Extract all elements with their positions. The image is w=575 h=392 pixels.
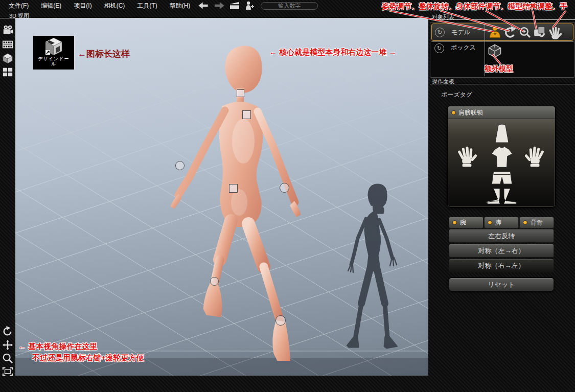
handle-left-wrist[interactable] xyxy=(175,161,185,170)
sync-icon[interactable]: ↻ xyxy=(435,28,445,37)
limb-tabs: 腕 脚 背骨 xyxy=(449,217,554,228)
tab-leg[interactable]: 脚 xyxy=(484,217,519,228)
handle-pelvis[interactable] xyxy=(229,184,238,193)
pose-tag-panel: 肩膀联锁 xyxy=(447,106,556,207)
filmstrip-icon[interactable] xyxy=(2,39,13,50)
menu-file[interactable]: 文件(F) xyxy=(9,2,29,10)
viewport-3d[interactable]: デザインドー ル ←图标长这样 ← 核心就是模型本身和右边这一堆 → ← 基本视… xyxy=(15,18,428,376)
annotation-camera-note-1: ← 基本视角操作在这里 xyxy=(18,342,97,352)
menu-camera[interactable]: 相机(C) xyxy=(104,2,125,10)
handle-left-ankle[interactable] xyxy=(210,277,219,286)
handle-right-wrist[interactable] xyxy=(280,183,289,193)
menu-help[interactable]: 帮助(H) xyxy=(170,2,191,10)
pose-tag-title: 肩膀联锁 xyxy=(458,108,483,117)
object-list-rule xyxy=(430,19,575,20)
menu-project[interactable]: 项目(I) xyxy=(74,2,91,10)
rotate-view-icon[interactable] xyxy=(2,326,13,337)
handle-neck[interactable] xyxy=(237,89,244,97)
operation-panel-rule xyxy=(430,84,575,84)
pose-tag-label: ポーズタグ xyxy=(441,90,472,99)
tab-spine[interactable]: 背骨 xyxy=(519,217,554,228)
rotate-model-tool-icon[interactable] xyxy=(503,26,517,39)
flip-lr-button[interactable]: 左右反转 xyxy=(449,229,554,243)
designdoll-cube-icon xyxy=(43,37,64,56)
mirror-r2l-button[interactable]: 对称（右→左） xyxy=(449,259,554,272)
extra-model-cube-icon[interactable] xyxy=(488,43,502,58)
pose-tag-body xyxy=(448,119,555,207)
desktop-icon-image: デザインドー ル xyxy=(33,36,74,70)
handle-right-ankle[interactable] xyxy=(275,315,286,326)
boots-icon[interactable] xyxy=(481,187,522,206)
movie-camera-icon[interactable] xyxy=(2,25,13,36)
annotation-icon-note: ←图标长这样 xyxy=(78,48,130,60)
annotation-camera-note-2: 不过还是用鼠标右键+滚轮更方便 xyxy=(32,353,144,363)
mirror-l2r-button[interactable]: 对称（左→右） xyxy=(449,244,554,258)
shorts-icon[interactable] xyxy=(491,170,513,186)
cube-view-icon[interactable] xyxy=(2,53,13,64)
object-name: ボックス xyxy=(451,43,482,52)
left-toolbar xyxy=(0,19,15,376)
object-row-model[interactable]: ↻ モデル xyxy=(431,24,573,41)
pose-tag-header[interactable]: 肩膀联锁 xyxy=(448,106,555,119)
undo-arrow-icon[interactable] xyxy=(197,1,210,10)
zoom-view-icon[interactable] xyxy=(2,353,13,364)
pose-tool-icon[interactable] xyxy=(488,26,502,39)
pan-view-icon[interactable] xyxy=(2,339,13,351)
tab-arm-label: 腕 xyxy=(460,218,466,227)
hand-tool-icon[interactable] xyxy=(548,26,562,39)
silhouette-model xyxy=(332,183,428,375)
doll-icon[interactable] xyxy=(244,1,255,11)
handle-chest[interactable] xyxy=(242,110,251,119)
number-input[interactable] xyxy=(261,2,318,10)
tab-spine-label: 背骨 xyxy=(531,218,543,227)
desktop-icon-label-1: デザインドー xyxy=(38,56,69,61)
body-parts-tool-icon[interactable] xyxy=(533,26,546,39)
torso-top-icon[interactable] xyxy=(492,123,512,145)
redo-arrow-icon[interactable] xyxy=(213,1,225,10)
tab-leg-label: 脚 xyxy=(495,218,501,227)
radio-dot-icon xyxy=(523,220,527,225)
reset-button[interactable]: リセット xyxy=(449,278,554,291)
annotation-core-note: ← 核心就是模型本身和右边这一堆 → xyxy=(269,48,396,57)
desktop-icon-label-2: ル xyxy=(51,61,56,66)
radio-dot-icon xyxy=(488,220,492,225)
annotation-extra-model: 额外模型 xyxy=(485,64,513,74)
right-glove-icon[interactable] xyxy=(524,146,545,168)
object-name: モデル xyxy=(451,28,483,37)
menu-edit[interactable]: 编辑(E) xyxy=(41,2,61,10)
annotation-toolbar-note: 姿势调节、整体旋转、身体部件调节、模型结构调整、手 xyxy=(382,2,567,11)
left-glove-icon[interactable] xyxy=(457,146,477,168)
zoom-model-tool-icon[interactable] xyxy=(519,26,532,39)
tab-arm[interactable]: 腕 xyxy=(449,217,484,228)
clapperboard-icon[interactable] xyxy=(229,1,241,10)
menu-tools[interactable]: 工具(T) xyxy=(137,2,157,10)
floor-grid xyxy=(15,18,428,376)
radio-dot-icon xyxy=(452,220,457,225)
designdoll-window: 文件(F) 编辑(E) 项目(I) 相机(C) 工具(T) 帮助(H) xyxy=(0,0,575,392)
quad-view-icon[interactable] xyxy=(2,66,13,78)
frame-view-icon[interactable] xyxy=(2,366,13,377)
radio-dot-icon xyxy=(451,110,456,115)
sync-icon[interactable]: ↻ xyxy=(434,43,444,53)
mannequin-model[interactable] xyxy=(153,39,322,361)
shirt-icon[interactable] xyxy=(490,145,514,169)
